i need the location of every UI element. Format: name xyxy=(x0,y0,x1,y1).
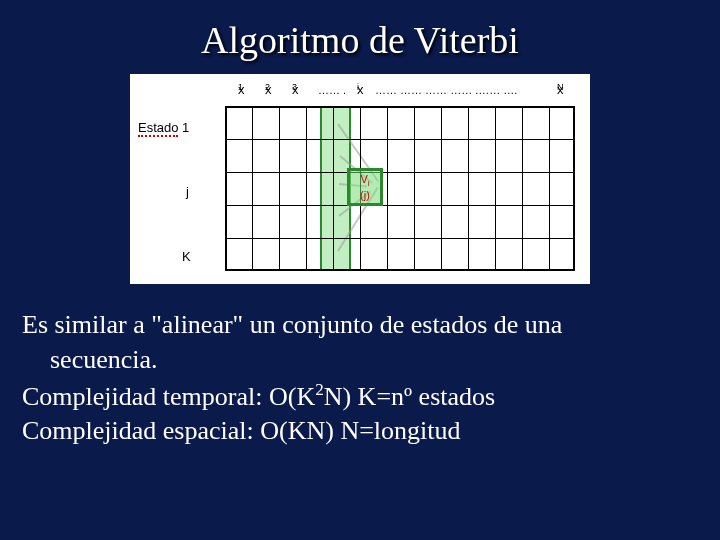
body-text: Es similar a "alinear" un conjunto de es… xyxy=(22,308,698,448)
cell-bottom: (j) xyxy=(360,189,370,201)
viterbi-figure: x1 x2 x3 …… . xi …… …… …… …… .…… …. xN E… xyxy=(130,74,590,284)
line-2: Complejidad temporal: O(K2N) K=nº estado… xyxy=(22,379,698,413)
state-j: j xyxy=(186,184,189,199)
seq-dots2: …… …… …… …… .…… …. xyxy=(375,84,517,96)
cell-top: Vi xyxy=(360,173,369,189)
dp-grid: Vi (j) xyxy=(225,106,575,271)
state-k: K xyxy=(182,249,191,264)
state-1: Estado 1 xyxy=(138,120,189,137)
line-1b: secuencia. xyxy=(22,343,698,376)
slide-title: Algoritmo de Viterbi xyxy=(0,18,720,62)
sequence-labels: x1 x2 x3 …… . xi …… …… …… …… .…… …. xN xyxy=(230,82,580,106)
estado-label: Estado xyxy=(138,120,178,137)
line-1a: Es similar a "alinear" un conjunto de es… xyxy=(22,308,698,341)
seq-dots1: …… . xyxy=(318,84,346,96)
line-3: Complejidad espacial: O(KN) N=longitud xyxy=(22,414,698,447)
vi-j-cell: Vi (j) xyxy=(347,168,383,206)
